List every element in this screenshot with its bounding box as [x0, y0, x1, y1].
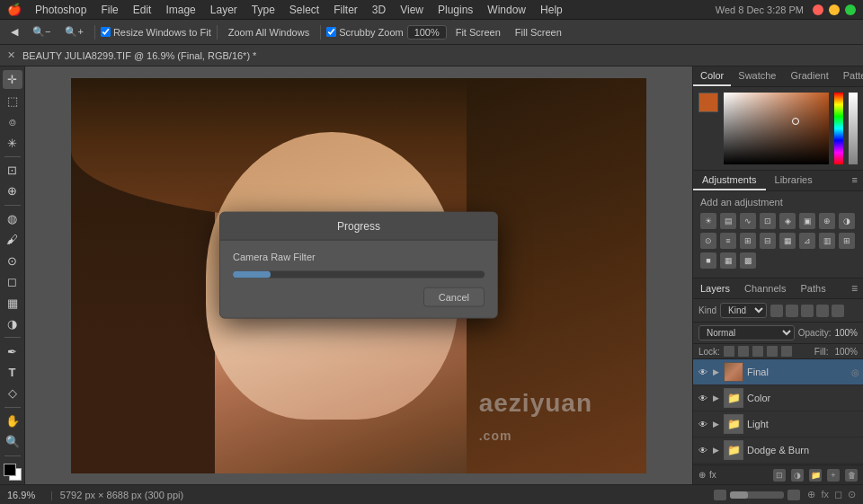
lasso-tool[interactable]: ⌾ — [3, 112, 22, 131]
menu-plugins[interactable]: Plugins — [432, 2, 479, 18]
curves-icon[interactable]: ∿ — [740, 213, 756, 229]
lock-position-icon[interactable] — [752, 346, 763, 357]
zoom-in-button[interactable]: 🔍+ — [59, 24, 88, 40]
lock-transparency-icon[interactable] — [724, 346, 734, 357]
layer-expand-arrow[interactable]: ▶ — [713, 393, 720, 402]
close-tab-icon[interactable]: ✕ — [7, 49, 15, 61]
clone-tool[interactable]: ⊙ — [3, 252, 22, 270]
eraser-tool[interactable]: ◻ — [3, 272, 22, 291]
lock-image-icon[interactable] — [738, 346, 749, 357]
crop-tool[interactable]: ⊡ — [3, 161, 22, 180]
tab-paths[interactable]: Paths — [794, 279, 833, 297]
menu-edit[interactable]: Edit — [127, 2, 158, 18]
color-swatch[interactable] — [4, 464, 22, 482]
menu-type[interactable]: Type — [245, 2, 281, 18]
fit-screen-button[interactable]: Fit Screen — [450, 25, 506, 40]
document-tab[interactable]: BEAUTY JULIA8299.TIF @ 16.9% (Final, RGB… — [22, 50, 256, 61]
cancel-button[interactable]: Cancel — [423, 287, 485, 306]
scrubby-zoom-checkbox[interactable] — [326, 27, 336, 37]
color-gradient-picker[interactable] — [724, 93, 829, 164]
layer-visibility-toggle[interactable]: 👁 — [697, 366, 709, 378]
tab-libraries[interactable]: Libraries — [766, 171, 822, 190]
fill-value[interactable]: 100% — [834, 347, 858, 357]
resize-windows-checkbox[interactable] — [101, 27, 111, 37]
pattern-fill-icon[interactable]: ▩ — [740, 252, 756, 269]
invert-icon[interactable]: ⊟ — [760, 233, 776, 249]
resize-windows-option[interactable]: Resize Windows to Fit — [101, 27, 211, 38]
vibrance-icon[interactable]: ◈ — [779, 213, 796, 229]
marquee-tool[interactable]: ⬚ — [3, 91, 22, 110]
nav-icon-3[interactable]: ◻ — [834, 489, 842, 500]
gradient-tool[interactable]: ▦ — [3, 293, 22, 312]
solid-color-icon[interactable]: ■ — [700, 252, 716, 269]
layer-item[interactable]: 👁 ▶ Final ◎ — [693, 359, 863, 385]
menu-window[interactable]: Window — [481, 2, 532, 18]
canvas-area[interactable]: aeziyuan.com Progress Camera Raw Filter … — [25, 66, 692, 484]
layer-item[interactable]: 👁 ▶ 📁 Light — [693, 411, 863, 438]
channel-mixer-icon[interactable]: ≡ — [720, 233, 736, 249]
tab-channels[interactable]: Channels — [737, 279, 793, 297]
layer-item[interactable]: 👁 ▶ 📁 Dodge & Burn — [693, 438, 863, 464]
add-folder-button[interactable]: 📁 — [809, 469, 822, 482]
zoom-percent-input[interactable]: 100% — [407, 25, 447, 40]
fx-status-icon[interactable]: fx — [821, 489, 829, 500]
levels-icon[interactable]: ▤ — [720, 213, 736, 229]
bw-icon[interactable]: ◑ — [839, 213, 855, 229]
tab-gradient[interactable]: Gradient — [784, 66, 836, 86]
posterize-icon[interactable]: ▦ — [779, 233, 796, 249]
dodge-tool[interactable]: ◑ — [3, 314, 22, 333]
layers-panel-menu-icon[interactable]: ≡ — [846, 279, 863, 298]
add-adjustment-button[interactable]: ◑ — [791, 469, 804, 482]
hue-slider[interactable] — [834, 93, 843, 164]
adjustments-panel-menu-icon[interactable]: ≡ — [847, 171, 863, 190]
filter-type-icon[interactable] — [801, 305, 814, 317]
tab-adjustments[interactable]: Adjustments — [693, 171, 766, 190]
scroll-track[interactable] — [730, 491, 784, 499]
threshold-icon[interactable]: ⊿ — [799, 233, 815, 249]
brush-tool[interactable]: 🖌 — [3, 230, 22, 249]
menu-filter[interactable]: Filter — [327, 2, 364, 18]
tab-swatche[interactable]: Swatche — [731, 66, 783, 86]
opacity-value[interactable]: 100% — [834, 328, 858, 338]
color-lookup-icon[interactable]: ⊞ — [740, 233, 756, 249]
exposure-icon[interactable]: ⊡ — [760, 213, 776, 229]
menu-layer[interactable]: Layer — [204, 2, 244, 18]
window-maximize[interactable] — [845, 4, 856, 15]
filter-adj-icon[interactable] — [786, 305, 798, 317]
filter-shape-icon[interactable] — [816, 305, 829, 317]
move-tool[interactable]: ✛ — [3, 70, 22, 89]
color-picker-area[interactable] — [693, 87, 863, 170]
saturation-slider[interactable] — [849, 93, 858, 164]
lock-all-icon[interactable] — [781, 346, 792, 357]
back-button[interactable]: ◀ — [5, 24, 23, 40]
scroll-thumb[interactable] — [730, 491, 748, 499]
menu-file[interactable]: File — [94, 2, 124, 18]
magic-wand-tool[interactable]: ✳ — [3, 133, 22, 152]
window-minimize[interactable] — [829, 4, 840, 15]
tab-color[interactable]: Color — [693, 66, 731, 86]
menu-help[interactable]: Help — [534, 2, 569, 18]
layer-expand-arrow[interactable]: ▶ — [713, 367, 720, 376]
shape-tool[interactable]: ◇ — [3, 384, 22, 402]
color-balance-icon[interactable]: ⊕ — [819, 213, 835, 229]
brightness-contrast-icon[interactable]: ☀ — [700, 213, 716, 229]
selective-color-icon[interactable]: ⊞ — [839, 233, 855, 249]
menu-image[interactable]: Image — [159, 2, 201, 18]
layer-item[interactable]: 👁 ▶ 📁 Color — [693, 385, 863, 411]
delete-layer-button[interactable]: 🗑 — [845, 469, 858, 482]
tab-patterns[interactable]: Patterns — [836, 66, 863, 86]
text-tool[interactable]: T — [3, 363, 22, 382]
hsl-icon[interactable]: ▣ — [799, 213, 815, 229]
layer-visibility-toggle[interactable]: 👁 — [697, 392, 709, 404]
menu-select[interactable]: Select — [283, 2, 325, 18]
scrubby-zoom-option[interactable]: Scrubby Zoom — [326, 27, 404, 38]
window-close[interactable] — [813, 4, 823, 15]
layer-kind-select[interactable]: Kind — [720, 303, 767, 318]
photo-filter-icon[interactable]: ⊙ — [700, 233, 716, 249]
filter-smart-icon[interactable] — [832, 305, 844, 317]
spot-heal-tool[interactable]: ◍ — [3, 209, 22, 228]
foreground-color-swatch[interactable] — [4, 464, 16, 476]
nav-icon-4[interactable]: ⊙ — [848, 489, 856, 500]
layer-expand-arrow[interactable]: ▶ — [713, 420, 720, 429]
color-swatch-indicator[interactable] — [698, 93, 718, 112]
